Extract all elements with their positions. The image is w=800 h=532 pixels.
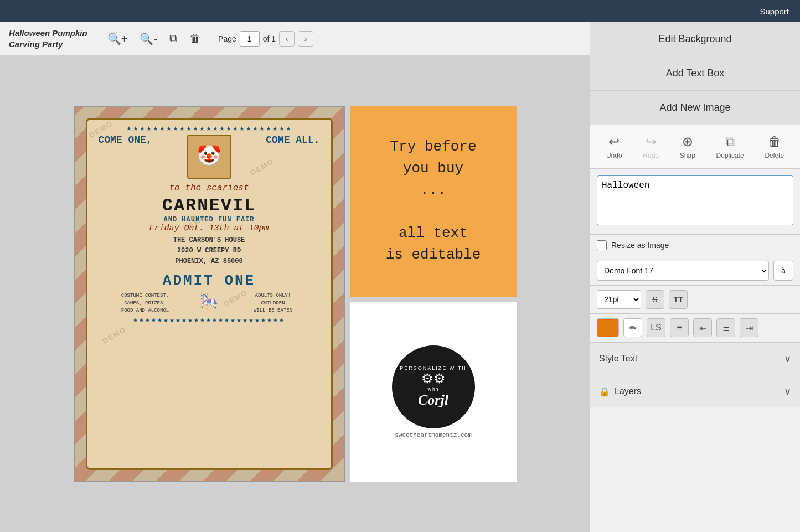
poster-admit-text: ADMIT ONE (163, 272, 255, 289)
delete-label: Delete (765, 152, 784, 159)
corjl-gears-icon: ⚙⚙ (421, 371, 446, 386)
font-preview-button[interactable]: à (773, 261, 793, 281)
layers-left: 🔒 Layers (599, 386, 641, 397)
resize-as-image-label: Resize as Image (611, 241, 669, 250)
text-editor-area: Halloween (590, 169, 800, 235)
style-text-chevron-icon: ∨ (784, 353, 791, 365)
letter-spacing-button[interactable]: LS (647, 318, 665, 337)
footer-left-text: COSTUME CONTEST, GAMES, PRIZES, FOOD AND… (93, 292, 198, 315)
poster-come-header: COME ONE, 🤡 COME ALL. (93, 132, 326, 181)
redo-icon: ↪ (646, 134, 657, 149)
resize-as-image-checkbox[interactable] (597, 240, 607, 250)
corjl-top-text: PERSONALIZE WITH (400, 365, 467, 371)
bold-icon: TT (673, 295, 683, 304)
footer-right-text: ADULTS ONLY! CHILDREN WILL BE EATEN (221, 292, 326, 315)
line-height-icon: ≡ (677, 323, 682, 333)
edit-background-button[interactable]: Edit Background (590, 22, 800, 56)
poster-to-text: to the scariest (169, 183, 249, 193)
try-text: Try beforeyou buy...all textis editable (386, 136, 481, 266)
layers-collapsible[interactable]: 🔒 Layers ∨ (590, 375, 800, 407)
add-new-image-button[interactable]: Add New Image (590, 91, 800, 125)
redo-label: Redo (643, 152, 659, 159)
corjl-panel: PERSONALIZE WITH ⚙⚙ with Corjl sweethear… (350, 302, 517, 482)
strikethrough-button[interactable]: S (646, 290, 664, 309)
poster-carnevil-text: CARNEVIL (162, 195, 256, 216)
zoom-in-button[interactable]: 🔍+ (104, 30, 131, 48)
undo-action[interactable]: ↩ Undo (606, 134, 622, 159)
resize-as-image-option[interactable]: Resize as Image (597, 240, 669, 250)
copy-page-button[interactable]: ⧉ (166, 30, 180, 47)
poster-stars-bottom: ★★★★★★★★★★★★★★★★★★★★★★★★★ (133, 317, 285, 323)
duplicate-label: Duplicate (716, 152, 744, 159)
page-number-input[interactable] (240, 31, 260, 47)
undo-icon: ↩ (608, 134, 620, 149)
line-height-button[interactable]: ≡ (670, 318, 689, 337)
letter-spacing-icon: LS (651, 323, 662, 333)
duplicate-action[interactable]: ⧉ Duplicate (716, 134, 744, 159)
canvas-wrapper: ★★★★★★★★★★★★★★★★★★★★★★★★★ COME ONE, 🤡 CO… (74, 106, 517, 482)
corjl-with-text: with (427, 386, 438, 392)
next-page-button[interactable]: › (298, 31, 313, 47)
support-link[interactable]: Support (760, 7, 789, 16)
font-selector-row: Demo Font 17 à (590, 256, 800, 286)
poster-haunted-text: AND HAUNTED FUN FAIR (163, 216, 254, 224)
preview-panel: Try beforeyou buy...all textis editable … (350, 106, 517, 482)
canvas-area: Halloween Pumpkin Carving Party 🔍+ 🔍- ⧉ … (0, 22, 590, 532)
clown-image: 🤡 (187, 135, 231, 179)
layers-label: Layers (615, 386, 641, 396)
bold-button[interactable]: TT (669, 290, 688, 309)
options-area: Resize as Image (590, 235, 800, 256)
right-panel: Edit Background Add Text Box Add New Ima… (590, 22, 800, 532)
page-total: of 1 (263, 34, 276, 43)
align-center-icon: ≣ (722, 323, 730, 333)
add-text-box-button[interactable]: Add Text Box (590, 56, 800, 91)
font-size-select[interactable]: 21pt (597, 290, 641, 309)
layers-chevron-icon: ∨ (784, 385, 791, 397)
align-left-button[interactable]: ⇤ (693, 318, 712, 337)
delete-page-button[interactable]: 🗑 (186, 30, 204, 47)
actions-row: ↩ Undo ↪ Redo ⊕ Snap ⧉ Duplicate 🗑 Delet… (590, 125, 800, 169)
editor-toolbar: Halloween Pumpkin Carving Party 🔍+ 🔍- ⧉ … (0, 22, 590, 55)
eye-dropper-button[interactable]: ✏ (623, 318, 642, 337)
layers-lock-icon: 🔒 (599, 386, 610, 397)
document-title: Halloween Pumpkin Carving Party (9, 28, 87, 49)
poster-stars-top: ★★★★★★★★★★★★★★★★★★★★★★★★★ (126, 125, 292, 132)
poster-inner: ★★★★★★★★★★★★★★★★★★★★★★★★★ COME ONE, 🤡 CO… (86, 118, 333, 470)
carousel-image: 🎠 (199, 292, 219, 315)
poster-canvas[interactable]: ★★★★★★★★★★★★★★★★★★★★★★★★★ COME ONE, 🤡 CO… (74, 106, 345, 482)
align-center-button[interactable]: ≣ (716, 318, 735, 337)
align-right-button[interactable]: ⇥ (740, 318, 758, 337)
undo-label: Undo (606, 152, 622, 159)
top-bar: Support (0, 0, 800, 22)
redo-action[interactable]: ↪ Redo (643, 134, 659, 159)
corjl-url-text: sweetheartmomentz.com (395, 432, 472, 438)
color-align-row: ✏ LS ≡ ⇤ ≣ ⇥ (590, 314, 800, 342)
poster-footer: COSTUME CONTEST, GAMES, PRIZES, FOOD AND… (93, 292, 326, 315)
eye-dropper-icon: ✏ (629, 323, 637, 333)
come-one-text: COME ONE, (99, 135, 152, 179)
align-left-icon: ⇤ (699, 323, 706, 333)
canvas-content: ★★★★★★★★★★★★★★★★★★★★★★★★★ COME ONE, 🤡 CO… (0, 55, 590, 532)
strikethrough-icon: S (652, 295, 657, 304)
corjl-circle: PERSONALIZE WITH ⚙⚙ with Corjl (392, 345, 475, 428)
snap-label: Snap (680, 152, 695, 159)
text-content-input[interactable]: Halloween (597, 175, 793, 225)
color-swatch[interactable] (597, 318, 619, 337)
delete-action[interactable]: 🗑 Delete (765, 134, 784, 159)
font-preview-icon: à (781, 266, 786, 275)
size-style-row: 21pt S TT (590, 286, 800, 314)
prev-page-button[interactable]: ‹ (279, 31, 295, 47)
snap-action[interactable]: ⊕ Snap (680, 134, 695, 159)
poster-date-text: Friday Oct. 13th at 10pm (149, 224, 269, 233)
delete-icon: 🗑 (768, 134, 781, 149)
style-text-collapsible[interactable]: Style Text ∨ (590, 342, 800, 375)
snap-icon: ⊕ (682, 134, 693, 149)
style-text-label: Style Text (599, 354, 637, 364)
zoom-out-button[interactable]: 🔍- (136, 30, 161, 48)
try-before-buy-panel: Try beforeyou buy...all textis editable (350, 106, 517, 297)
come-all-text: COME ALL. (266, 135, 319, 179)
font-select[interactable]: Demo Font 17 (597, 261, 769, 281)
duplicate-icon: ⧉ (725, 134, 735, 149)
page-navigation: Page of 1 ‹ › (218, 31, 313, 47)
page-label: Page (218, 34, 236, 43)
